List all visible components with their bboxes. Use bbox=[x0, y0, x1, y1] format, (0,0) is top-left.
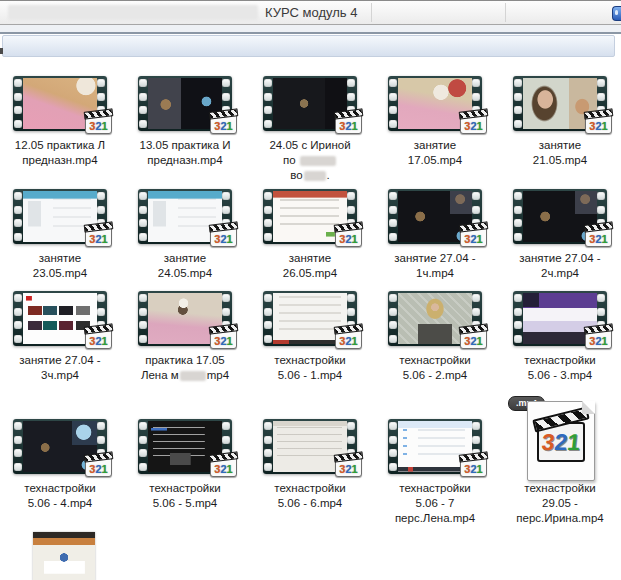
video-file-thumbnail[interactable]: 321 bbox=[13, 419, 107, 474]
film-hole bbox=[472, 79, 480, 87]
file-name-line: перс.Лена.mp4 bbox=[373, 511, 497, 526]
toolbar[interactable] bbox=[2, 35, 615, 57]
video-file-thumbnail[interactable]: 321 bbox=[263, 419, 357, 474]
film-strip-holes bbox=[139, 79, 148, 128]
film-hole bbox=[514, 335, 522, 343]
film-hole bbox=[472, 93, 480, 101]
badge-digits: 321 bbox=[461, 463, 486, 476]
film-hole bbox=[597, 294, 605, 302]
video-file-thumbnail[interactable]: 321 bbox=[263, 76, 357, 131]
file-name-line: 5.06 - 2.mp4 bbox=[373, 368, 497, 383]
film-hole bbox=[139, 79, 147, 87]
file-name-label: технастройки5.06 - 3.mp4 bbox=[498, 353, 621, 383]
film-hole bbox=[389, 294, 397, 302]
video-file-thumbnail[interactable]: 321 bbox=[138, 189, 232, 244]
file-name-text: технастройки bbox=[399, 354, 470, 366]
badge-digit: 1 bbox=[566, 429, 582, 455]
badge-digits: 321 bbox=[86, 463, 111, 476]
film-hole bbox=[97, 436, 105, 444]
film-hole bbox=[14, 93, 22, 101]
film-hole bbox=[264, 308, 272, 316]
titlebar-gap bbox=[0, 25, 621, 32]
file-name-text: Лена м bbox=[141, 369, 179, 381]
video-file-thumbnail[interactable]: 321 bbox=[388, 291, 482, 346]
file-name-line: 5.06 - 6.mp4 bbox=[248, 496, 372, 511]
file-name-line: 17.05.mp4 bbox=[373, 153, 497, 168]
video-file-thumbnail[interactable]: 321 bbox=[513, 76, 607, 131]
film-hole bbox=[14, 79, 22, 87]
film-hole bbox=[389, 308, 397, 316]
badge-digits: 321 bbox=[586, 335, 611, 348]
mpc-321-badge-icon: 321 bbox=[210, 112, 237, 134]
file-name-line: 5.06 - 3.mp4 bbox=[498, 368, 621, 383]
badge-digit: 1 bbox=[227, 335, 233, 347]
film-hole bbox=[472, 294, 480, 302]
file-name-label: занятие24.05.mp4 bbox=[123, 251, 247, 281]
file-name-line: занятие 27.04 - bbox=[0, 353, 122, 368]
film-hole bbox=[139, 436, 147, 444]
film-hole bbox=[139, 233, 147, 241]
loading-thumbnail[interactable] bbox=[33, 532, 95, 580]
file-name-line: предназн.mp4 bbox=[123, 153, 247, 168]
video-file-thumbnail[interactable]: 321 bbox=[138, 291, 232, 346]
film-hole bbox=[14, 294, 22, 302]
film-hole bbox=[389, 335, 397, 343]
film-hole bbox=[514, 321, 522, 329]
film-hole bbox=[347, 308, 355, 316]
file-name-text: технастройки bbox=[274, 482, 345, 494]
video-file-thumbnail[interactable]: 321 bbox=[263, 189, 357, 244]
badge-digit: 1 bbox=[227, 463, 233, 475]
film-hole bbox=[389, 106, 397, 114]
film-hole bbox=[14, 308, 22, 316]
redacted-text bbox=[180, 371, 206, 381]
video-file-thumbnail[interactable]: 321 bbox=[388, 419, 482, 474]
file-name-label: занятие26.05.mp4 bbox=[248, 251, 372, 281]
file-name-label: занятие 27.04 -3ч.mp4 bbox=[0, 353, 122, 383]
video-file-thumbnail[interactable]: 321 bbox=[138, 76, 232, 131]
badge-digit: 1 bbox=[602, 233, 608, 245]
video-file-thumbnail[interactable]: 321 bbox=[13, 291, 107, 346]
mpc-321-badge-icon: 321 bbox=[85, 327, 112, 349]
file-name-line: занятие bbox=[123, 251, 247, 266]
film-hole bbox=[139, 422, 147, 430]
film-hole bbox=[514, 206, 522, 214]
film-hole bbox=[264, 106, 272, 114]
video-file-thumbnail[interactable]: 321 bbox=[513, 291, 607, 346]
app-icon[interactable] bbox=[612, 6, 621, 21]
film-hole bbox=[389, 192, 397, 200]
file-name-line: 5.06 - 7 bbox=[373, 496, 497, 511]
file-name-label: технастройки5.06 - 5.mp4 bbox=[123, 481, 247, 511]
film-hole bbox=[264, 192, 272, 200]
badge-digits: 321 bbox=[461, 233, 486, 246]
file-name-line: 5.06 - 1.mp4 bbox=[248, 368, 372, 383]
film-hole bbox=[14, 463, 22, 471]
mpc-321-badge-icon: 321 bbox=[460, 455, 487, 477]
badge-digit: 1 bbox=[102, 463, 108, 475]
video-file-thumbnail[interactable]: 321 bbox=[388, 76, 482, 131]
film-hole bbox=[514, 106, 522, 114]
video-file-thumbnail[interactable]: 321 bbox=[263, 291, 357, 346]
video-file-thumbnail[interactable]: 321 bbox=[138, 419, 232, 474]
film-hole bbox=[139, 335, 147, 343]
film-hole bbox=[14, 120, 22, 128]
video-file-thumbnail[interactable]: 321 bbox=[513, 189, 607, 244]
video-file-thumbnail[interactable]: 321 bbox=[388, 189, 482, 244]
mpc-321-badge-icon: 321 bbox=[335, 455, 362, 477]
file-name-text: 24.05.mp4 bbox=[158, 267, 212, 279]
file-name-label: технастройки5.06 - 6.mp4 bbox=[248, 481, 372, 511]
film-hole bbox=[14, 436, 22, 444]
film-hole bbox=[514, 120, 522, 128]
file-name-text: 5.06 - 4.mp4 bbox=[28, 497, 93, 509]
file-name-line: 12.05 практика Л bbox=[0, 138, 122, 153]
mpc-file-icon[interactable]: 321 bbox=[527, 401, 595, 481]
badge-digits: 321 bbox=[461, 335, 486, 348]
file-name-line: занятие 27.04 - bbox=[373, 251, 497, 266]
film-hole bbox=[472, 436, 480, 444]
badge-digit: 1 bbox=[102, 120, 108, 132]
film-hole bbox=[347, 206, 355, 214]
film-hole bbox=[597, 308, 605, 316]
file-name-line: занятие bbox=[373, 138, 497, 153]
film-hole bbox=[264, 206, 272, 214]
video-file-thumbnail[interactable]: 321 bbox=[13, 76, 107, 131]
video-file-thumbnail[interactable]: 321 bbox=[13, 189, 107, 244]
